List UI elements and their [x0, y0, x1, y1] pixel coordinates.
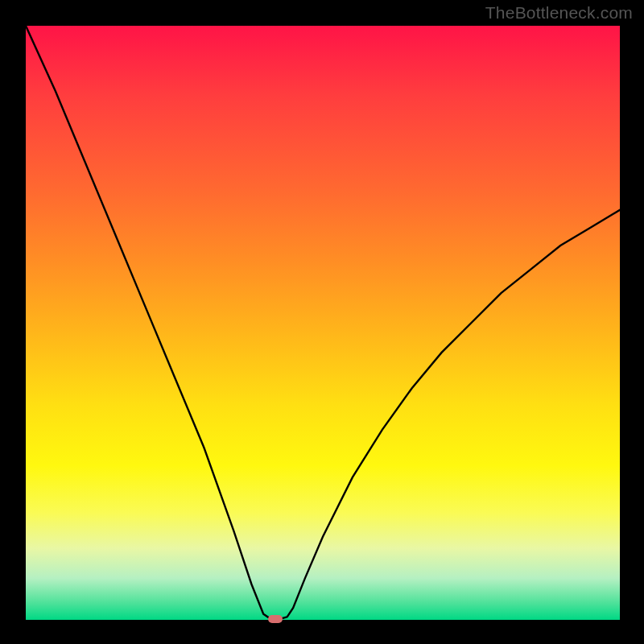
watermark-text: TheBottleneck.com [485, 3, 633, 23]
optimal-point-marker [268, 615, 283, 623]
bottleneck-curve [26, 26, 620, 620]
chart-plot-area [26, 26, 620, 620]
